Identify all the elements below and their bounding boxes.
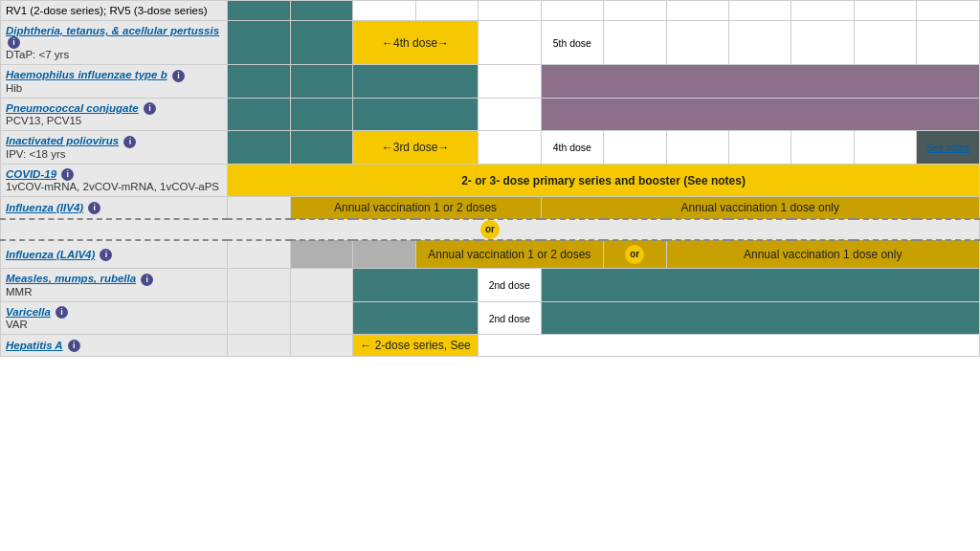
dose-cell [854, 21, 916, 65]
info-icon-covid[interactable]: i [61, 168, 74, 181]
dose-cell [604, 1, 666, 21]
info-icon-flu-laiv4[interactable]: i [100, 249, 112, 261]
dose-cell [854, 131, 916, 164]
dose-cell [415, 1, 478, 21]
vaccine-label-hepa: Hepatitis A i [1, 335, 228, 357]
dose-cell [728, 131, 791, 164]
dose-cell [228, 335, 290, 357]
dose-var-2: 2nd dose [479, 301, 541, 334]
dose-cell [353, 98, 479, 130]
table-row-flu-iiv4: Influenza (IIV4) i Annual vaccination 1 … [1, 197, 980, 220]
dose-cell [541, 1, 603, 21]
vaccine-sub-hib: Hib [6, 82, 22, 94]
dose-cell [791, 131, 854, 164]
table-row-pcv: Pneumococcal conjugate i PCV13, PCV15 [1, 98, 980, 130]
dose-cell [791, 1, 854, 21]
table-row-ipv: Inactivated poliovirus i IPV: <18 yrs ←3… [1, 131, 980, 164]
or-separator-row: or [1, 219, 980, 240]
dose-cell [479, 335, 980, 357]
hepa-2dose-series: ← 2-dose series, See [353, 335, 479, 357]
vaccine-sub-covid: 1vCOV-mRNA, 2vCOV-mRNA, 1vCOV-aPS [6, 181, 219, 192]
or-badge-mid: or [625, 245, 644, 264]
table-row: RV1 (2-dose series); RV5 (3-dose series) [1, 1, 980, 21]
info-icon-mmr[interactable]: i [141, 274, 153, 286]
table-row-hepa: Hepatitis A i ← 2-dose series, See [1, 335, 980, 357]
info-icon-flu-iiv4[interactable]: i [88, 202, 100, 214]
dose-cell [791, 21, 854, 65]
dose-cell [290, 131, 352, 164]
dose-cell [917, 1, 980, 21]
info-icon-ipv[interactable]: i [123, 136, 136, 148]
dose-cell-gray [290, 240, 352, 269]
dose-cell [228, 21, 290, 65]
flu-laiv4-annual-1: Annual vaccination 1 or 2 doses [415, 240, 603, 269]
dose-cell [666, 1, 728, 21]
dose-cell [290, 1, 352, 21]
covid-dose-range: 2- or 3- dose primary series and booster… [228, 164, 980, 196]
dose-cell [479, 65, 541, 98]
dose-cell [290, 65, 352, 98]
info-icon-pcv[interactable]: i [144, 102, 156, 115]
dose-cell [228, 301, 290, 334]
dose-cell [353, 1, 415, 21]
table-row-varicella: Varicella i VAR 2nd dose [1, 301, 980, 334]
dose-dtap-5: 5th dose [541, 21, 603, 65]
flu-iiv4-annual-2: Annual vaccination 1 dose only [541, 197, 979, 220]
dose-cell [228, 98, 290, 130]
dose-cell [228, 131, 290, 164]
info-icon-hepa[interactable]: i [68, 340, 80, 352]
vaccine-label-varicella: Varicella i VAR [1, 301, 228, 334]
vaccine-sub-ipv: IPV: <18 yrs [6, 148, 66, 160]
vaccine-link-flu-iiv4[interactable]: Influenza (IIV4) [6, 202, 83, 213]
dose-cell [290, 21, 352, 65]
info-icon-hib[interactable]: i [172, 70, 185, 82]
info-icon-dtap[interactable]: i [8, 36, 20, 49]
dose-range-ipv-3: ←3rd dose→ [353, 131, 479, 164]
dose-cell [353, 269, 479, 301]
vaccine-label-rv: RV1 (2-dose series); RV5 (3-dose series) [1, 1, 228, 21]
ipv-see-notes: See notes [917, 131, 980, 164]
vaccine-label-covid: COVID-19 i 1vCOV-mRNA, 2vCOV-mRNA, 1vCOV… [1, 164, 228, 196]
or-mid-cell: or [604, 240, 666, 269]
vaccine-label-flu-laiv4: Influenza (LAIV4) i [1, 240, 228, 269]
dose-ipv-4: 4th dose [541, 131, 603, 164]
vaccine-link-flu-laiv4[interactable]: Influenza (LAIV4) [6, 249, 95, 260]
vaccine-link-hepa[interactable]: Hepatitis A [6, 340, 63, 351]
vaccine-link-varicella[interactable]: Varicella [6, 306, 51, 318]
dose-cell [228, 197, 290, 220]
table-row-hib: Haemophilus influenzae type b i Hib [1, 65, 980, 98]
dose-range-varicella [541, 301, 979, 334]
vaccine-label-hib: Haemophilus influenzae type b i Hib [1, 65, 228, 98]
or-badge: or [480, 220, 500, 239]
dose-cell [479, 21, 541, 65]
ipv-notes-link[interactable]: See notes [926, 143, 969, 153]
dose-cell [666, 131, 728, 164]
vaccine-sub-pcv: PCV13, PCV15 [6, 115, 81, 126]
dose-cell [353, 65, 479, 98]
dose-cell [228, 65, 290, 98]
vaccine-link-mmr[interactable]: Measles, mumps, rubella [6, 273, 136, 284]
table-row-covid: COVID-19 i 1vCOV-mRNA, 2vCOV-mRNA, 1vCOV… [1, 164, 980, 196]
dose-cell [666, 21, 728, 65]
vaccine-link-pcv[interactable]: Pneumococcal conjugate [6, 102, 139, 114]
dose-cell [290, 301, 352, 334]
dose-cell [290, 98, 352, 130]
dose-cell [290, 335, 352, 357]
info-icon-varicella[interactable]: i [56, 306, 68, 319]
table-row-flu-laiv4: Influenza (LAIV4) i Annual vaccination 1… [1, 240, 980, 269]
vaccine-link-ipv[interactable]: Inactivated poliovirus [6, 135, 119, 146]
table-row-dtap: Diphtheria, tetanus, & acellular pertuss… [1, 21, 980, 65]
flu-iiv4-annual-1: Annual vaccination 1 or 2 doses [290, 197, 541, 220]
vaccine-label-mmr: Measles, mumps, rubella i MMR [1, 269, 228, 301]
vaccine-link-covid[interactable]: COVID-19 [6, 168, 56, 180]
dose-cell [228, 240, 290, 269]
dose-cell [917, 21, 980, 65]
dose-range-hib-purple [541, 65, 979, 98]
vaccine-label-ipv: Inactivated poliovirus i IPV: <18 yrs [1, 131, 228, 164]
flu-laiv4-annual-2: Annual vaccination 1 dose only [666, 240, 980, 269]
vaccine-label-dtap: Diphtheria, tetanus, & acellular pertuss… [1, 21, 228, 65]
vaccination-schedule-table: RV1 (2-dose series); RV5 (3-dose series)… [0, 0, 980, 357]
dose-range-dtap-4: ←4th dose→ [353, 21, 479, 65]
vaccine-link-hib[interactable]: Haemophilus influenzae type b [6, 69, 167, 80]
vaccine-link-dtap[interactable]: Diphtheria, tetanus, & acellular pertuss… [6, 25, 219, 36]
